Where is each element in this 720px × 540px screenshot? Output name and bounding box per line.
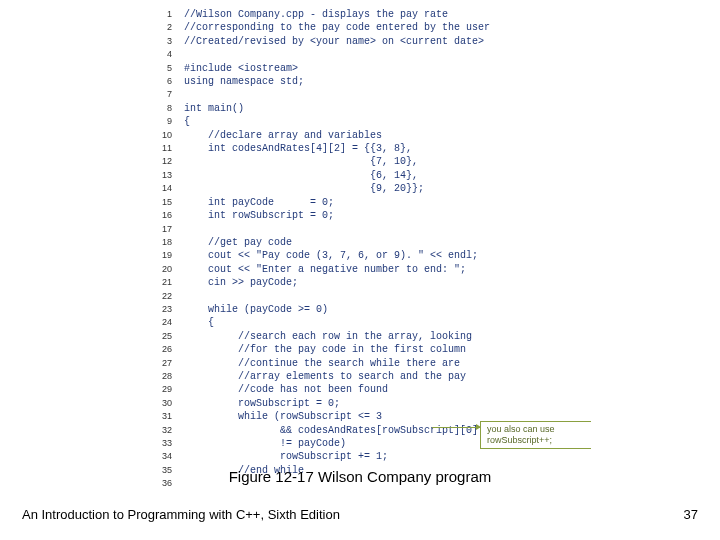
code-line: 15 int payCode = 0;: [150, 196, 630, 209]
code-line: 9{: [150, 115, 630, 128]
code-line: 8int main(): [150, 102, 630, 115]
code-text: //array elements to search and the pay: [172, 371, 466, 383]
line-number: 21: [150, 276, 172, 288]
line-number: 33: [150, 437, 172, 449]
line-number: 9: [150, 115, 172, 127]
code-text: int rowSubscript = 0;: [172, 210, 334, 222]
code-line: 14 {9, 20}};: [150, 182, 630, 195]
line-number: 18: [150, 236, 172, 248]
code-line: 12 {7, 10},: [150, 155, 630, 168]
line-number: 29: [150, 383, 172, 395]
code-text: //for the pay code in the first column: [172, 344, 466, 356]
code-line: 29 //code has not been found: [150, 383, 630, 396]
line-number: 11: [150, 142, 172, 154]
code-line: 13 {6, 14},: [150, 169, 630, 182]
code-text: int codesAndRates[4][2] = {{3, 8},: [172, 143, 412, 155]
code-line: 19 cout << "Pay code (3, 7, 6, or 9). " …: [150, 249, 630, 262]
line-number: 30: [150, 397, 172, 409]
code-text: != payCode): [172, 438, 346, 450]
annotation-arrow: [432, 427, 480, 428]
code-text: int main(): [172, 103, 244, 115]
line-number: 1: [150, 8, 172, 20]
code-text: using namespace std;: [172, 76, 304, 88]
code-line: 23 while (payCode >= 0): [150, 303, 630, 316]
line-number: 14: [150, 182, 172, 194]
line-number: 20: [150, 263, 172, 275]
code-line: 34 rowSubscript += 1;: [150, 450, 630, 463]
line-number: 8: [150, 102, 172, 114]
annotation-callout: you also can use rowSubscript++;: [480, 421, 591, 449]
code-line: 4: [150, 48, 630, 61]
code-line: 25 //search each row in the array, looki…: [150, 330, 630, 343]
line-number: 27: [150, 357, 172, 369]
line-number: 16: [150, 209, 172, 221]
code-line: 2//corresponding to the pay code entered…: [150, 21, 630, 34]
code-text: #include <iostream>: [172, 63, 298, 75]
code-text: cout << "Pay code (3, 7, 6, or 9). " << …: [172, 250, 478, 262]
code-line: 18 //get pay code: [150, 236, 630, 249]
line-number: 19: [150, 249, 172, 261]
line-number: 26: [150, 343, 172, 355]
code-line: 7: [150, 88, 630, 101]
code-line: 20 cout << "Enter a negative number to e…: [150, 263, 630, 276]
code-line: 11 int codesAndRates[4][2] = {{3, 8},: [150, 142, 630, 155]
code-listing: 1//Wilson Company.cpp - displays the pay…: [150, 8, 630, 458]
line-number: 28: [150, 370, 172, 382]
code-text: int payCode = 0;: [172, 197, 334, 209]
code-text: //search each row in the array, looking: [172, 331, 472, 343]
code-text: rowSubscript = 0;: [172, 398, 340, 410]
code-line: 30 rowSubscript = 0;: [150, 397, 630, 410]
code-line: 17: [150, 223, 630, 236]
code-line: 1//Wilson Company.cpp - displays the pay…: [150, 8, 630, 21]
annotation-text-2: rowSubscript++;: [487, 435, 587, 446]
code-text: {: [172, 317, 214, 329]
line-number: 7: [150, 88, 172, 100]
line-number: 15: [150, 196, 172, 208]
code-line: 6using namespace std;: [150, 75, 630, 88]
code-line: 3//Created/revised by <your name> on <cu…: [150, 35, 630, 48]
code-text: {: [172, 116, 190, 128]
code-line: 27 //continue the search while there are: [150, 357, 630, 370]
figure-caption: Figure 12-17 Wilson Company program: [0, 468, 720, 485]
line-number: 2: [150, 21, 172, 33]
code-text: cout << "Enter a negative number to end:…: [172, 264, 466, 276]
annotation-text-1: you also can use: [487, 424, 587, 435]
code-text: {6, 14},: [172, 170, 418, 182]
code-text: cin >> payCode;: [172, 277, 298, 289]
code-text: rowSubscript += 1;: [172, 451, 388, 463]
code-text: //corresponding to the pay code entered …: [172, 22, 490, 34]
code-line: 21 cin >> payCode;: [150, 276, 630, 289]
line-number: 5: [150, 62, 172, 74]
line-number: 22: [150, 290, 172, 302]
line-number: 17: [150, 223, 172, 235]
line-number: 12: [150, 155, 172, 167]
code-text: //continue the search while there are: [172, 358, 460, 370]
code-line: 24 {: [150, 316, 630, 329]
code-line: 16 int rowSubscript = 0;: [150, 209, 630, 222]
line-number: 3: [150, 35, 172, 47]
line-number: 31: [150, 410, 172, 422]
code-line: 28 //array elements to search and the pa…: [150, 370, 630, 383]
code-line: 26 //for the pay code in the first colum…: [150, 343, 630, 356]
footer-book-title: An Introduction to Programming with C++,…: [22, 507, 340, 522]
code-text: //Created/revised by <your name> on <cur…: [172, 36, 484, 48]
code-line: 10 //declare array and variables: [150, 129, 630, 142]
code-text: while (payCode >= 0): [172, 304, 328, 316]
line-number: 25: [150, 330, 172, 342]
line-number: 13: [150, 169, 172, 181]
code-line: 22: [150, 290, 630, 303]
code-text: //declare array and variables: [172, 130, 382, 142]
code-text: {7, 10},: [172, 156, 418, 168]
code-text: //code has not been found: [172, 384, 388, 396]
line-number: 34: [150, 450, 172, 462]
code-text: //Wilson Company.cpp - displays the pay …: [172, 9, 448, 21]
code-line: 5#include <iostream>: [150, 62, 630, 75]
line-number: 32: [150, 424, 172, 436]
line-number: 23: [150, 303, 172, 315]
line-number: 4: [150, 48, 172, 60]
code-text: //get pay code: [172, 237, 292, 249]
line-number: 24: [150, 316, 172, 328]
line-number: 10: [150, 129, 172, 141]
code-text: while (rowSubscript <= 3: [172, 411, 382, 423]
code-text: {9, 20}};: [172, 183, 424, 195]
